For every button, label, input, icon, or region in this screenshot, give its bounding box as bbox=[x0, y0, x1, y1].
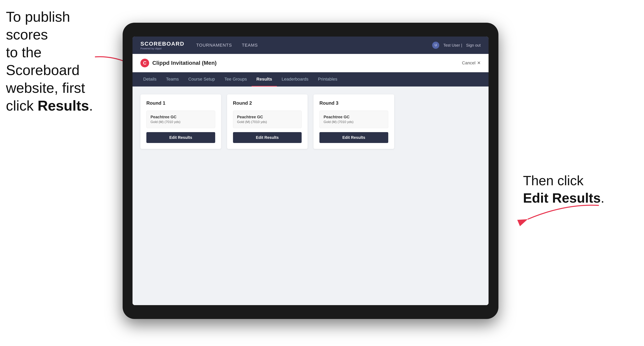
rounds-grid: Round 1 Peachtree GC Gold (M) (7010 yds)… bbox=[140, 94, 481, 149]
tab-details[interactable]: Details bbox=[138, 72, 161, 86]
tab-course-setup[interactable]: Course Setup bbox=[184, 72, 220, 86]
cancel-x-icon: ✕ bbox=[477, 60, 481, 66]
logo-subtitle: Powered by clippd bbox=[140, 47, 184, 50]
round-2-title: Round 2 bbox=[233, 100, 302, 106]
cancel-button[interactable]: Cancel ✕ bbox=[462, 60, 481, 66]
round-1-edit-results-button[interactable]: Edit Results bbox=[146, 132, 215, 143]
round-3-course-card: Peachtree GC Gold (M) (7010 yds) bbox=[320, 111, 388, 128]
round-1-title: Round 1 bbox=[146, 100, 215, 106]
top-nav: SCOREBOARD Powered by clippd TOURNAMENTS… bbox=[132, 36, 488, 54]
tablet-device: SCOREBOARD Powered by clippd TOURNAMENTS… bbox=[123, 23, 498, 319]
nav-right: U Test User | Sign out bbox=[432, 42, 481, 49]
sub-nav: Details Teams Course Setup Tee Groups Re… bbox=[132, 72, 488, 86]
tournament-header: C Clippd Invitational (Men) Cancel ✕ bbox=[132, 54, 488, 72]
instruction-left-text: To publish scoresto the Scoreboardwebsit… bbox=[6, 9, 93, 114]
round-4-empty bbox=[400, 94, 481, 149]
logo-text: SCOREBOARD bbox=[140, 41, 184, 47]
results-bold-text: Results bbox=[38, 98, 89, 114]
round-1-card: Round 1 Peachtree GC Gold (M) (7010 yds)… bbox=[140, 94, 221, 149]
tab-teams[interactable]: Teams bbox=[161, 72, 184, 86]
nav-tournaments[interactable]: TOURNAMENTS bbox=[196, 43, 232, 48]
tab-results[interactable]: Results bbox=[252, 72, 277, 86]
tablet-screen: SCOREBOARD Powered by clippd TOURNAMENTS… bbox=[132, 36, 488, 305]
round-1-course-name: Peachtree GC bbox=[150, 115, 211, 119]
round-3-title: Round 3 bbox=[320, 100, 388, 106]
sign-out-link[interactable]: Sign out bbox=[466, 43, 481, 48]
round-2-course-card: Peachtree GC Gold (M) (7010 yds) bbox=[233, 111, 302, 128]
main-content: Round 1 Peachtree GC Gold (M) (7010 yds)… bbox=[132, 86, 488, 305]
round-1-course-details: Gold (M) (7010 yds) bbox=[150, 120, 211, 124]
logo-area: SCOREBOARD Powered by clippd bbox=[140, 41, 184, 50]
nav-items: TOURNAMENTS TEAMS bbox=[196, 43, 432, 48]
round-2-edit-results-button[interactable]: Edit Results bbox=[233, 132, 302, 143]
user-label: Test User | bbox=[443, 43, 462, 48]
round-3-card: Round 3 Peachtree GC Gold (M) (7010 yds)… bbox=[314, 94, 394, 149]
user-icon: U bbox=[432, 42, 439, 49]
tournament-title: Clippd Invitational (Men) bbox=[152, 60, 216, 66]
round-2-card: Round 2 Peachtree GC Gold (M) (7010 yds)… bbox=[227, 94, 308, 149]
round-3-course-name: Peachtree GC bbox=[324, 115, 384, 119]
tab-leaderboards[interactable]: Leaderboards bbox=[277, 72, 313, 86]
round-2-course-name: Peachtree GC bbox=[237, 115, 298, 119]
round-3-edit-results-button[interactable]: Edit Results bbox=[320, 132, 388, 143]
round-2-course-details: Gold (M) (7010 yds) bbox=[237, 120, 298, 124]
tournament-title-area: C Clippd Invitational (Men) bbox=[140, 59, 216, 67]
nav-teams[interactable]: TEAMS bbox=[242, 43, 258, 48]
tab-tee-groups[interactable]: Tee Groups bbox=[220, 72, 252, 86]
then-click-text: Then click bbox=[523, 173, 584, 188]
c-logo: C bbox=[140, 59, 149, 67]
logo-scoreboard: SCOREBOARD bbox=[140, 41, 184, 47]
round-3-course-details: Gold (M) (7010 yds) bbox=[324, 120, 384, 124]
tab-printables[interactable]: Printables bbox=[313, 72, 342, 86]
round-1-course-card: Peachtree GC Gold (M) (7010 yds) bbox=[146, 111, 215, 128]
instruction-left: To publish scoresto the Scoreboardwebsit… bbox=[6, 8, 97, 115]
arrow-to-edit-results bbox=[516, 199, 607, 227]
